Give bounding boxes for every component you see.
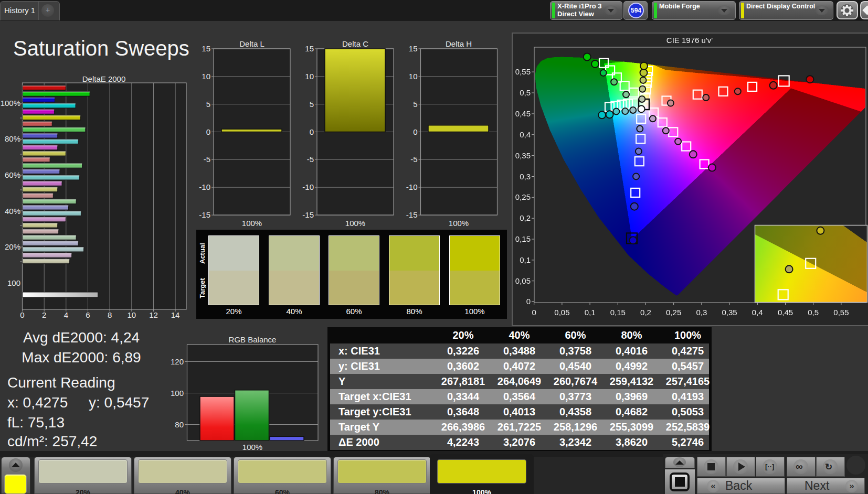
svg-text:100%: 100% — [242, 219, 262, 228]
svg-text:-5: -5 — [307, 155, 314, 164]
svg-text:CIE 1976 u'v': CIE 1976 u'v' — [666, 36, 713, 45]
svg-text:-10: -10 — [199, 182, 210, 191]
svg-text:-15: -15 — [199, 210, 210, 219]
svg-text:15: 15 — [202, 44, 210, 53]
svg-text:0,5: 0,5 — [808, 308, 819, 317]
svg-text:0,45: 0,45 — [515, 109, 531, 118]
svg-text:10: 10 — [305, 72, 314, 81]
svg-text:-10: -10 — [302, 182, 314, 191]
svg-text:2: 2 — [42, 310, 46, 319]
svg-text:0,5: 0,5 — [520, 88, 531, 97]
svg-text:0,25: 0,25 — [515, 192, 531, 201]
svg-text:10: 10 — [202, 72, 210, 81]
svg-text:0: 0 — [526, 297, 531, 306]
svg-text:0,25: 0,25 — [666, 308, 681, 317]
svg-text:0,55: 0,55 — [833, 308, 849, 317]
svg-text:100%: 100% — [1, 99, 20, 108]
svg-text:0: 0 — [206, 127, 210, 136]
svg-text:20%: 20% — [5, 242, 20, 251]
svg-text:0,1: 0,1 — [585, 308, 596, 317]
svg-text:-10: -10 — [406, 182, 418, 191]
svg-text:40%: 40% — [5, 207, 20, 216]
svg-text:0: 0 — [310, 127, 314, 136]
svg-text:Delta C: Delta C — [342, 39, 368, 48]
svg-text:DeltaE 2000: DeltaE 2000 — [82, 74, 126, 83]
svg-text:0,4: 0,4 — [752, 308, 763, 317]
svg-text:0,35: 0,35 — [722, 308, 737, 317]
svg-text:0,3: 0,3 — [696, 308, 707, 317]
svg-text:RGB Balance: RGB Balance — [229, 336, 277, 344]
svg-text:5: 5 — [310, 100, 314, 109]
svg-text:6: 6 — [86, 310, 90, 319]
svg-text:10: 10 — [409, 72, 418, 81]
svg-text:0,2: 0,2 — [520, 213, 531, 222]
svg-text:0,4: 0,4 — [520, 130, 531, 139]
svg-text:0,45: 0,45 — [778, 308, 793, 317]
svg-text:60%: 60% — [5, 170, 20, 179]
svg-text:0,15: 0,15 — [610, 308, 626, 317]
svg-text:100: 100 — [171, 389, 184, 398]
svg-text:10: 10 — [127, 310, 136, 319]
svg-text:15: 15 — [409, 44, 418, 53]
svg-text:15: 15 — [305, 44, 314, 53]
svg-text:8: 8 — [108, 310, 112, 319]
svg-text:0,2: 0,2 — [640, 308, 651, 317]
svg-text:100%: 100% — [449, 219, 469, 228]
svg-text:0,1: 0,1 — [520, 255, 531, 264]
svg-text:0: 0 — [532, 308, 536, 317]
svg-text:-15: -15 — [406, 210, 418, 219]
svg-text:120: 120 — [171, 357, 184, 366]
svg-text:4: 4 — [64, 310, 68, 319]
svg-text:0,3: 0,3 — [520, 172, 531, 181]
svg-text:0,55: 0,55 — [515, 67, 531, 76]
svg-text:100%: 100% — [242, 443, 262, 451]
svg-text:14: 14 — [171, 310, 180, 319]
svg-text:0,05: 0,05 — [554, 308, 569, 317]
svg-text:Delta L: Delta L — [239, 39, 264, 48]
svg-text:0,35: 0,35 — [515, 151, 531, 160]
svg-text:5: 5 — [413, 100, 417, 109]
svg-text:0: 0 — [20, 310, 24, 319]
svg-text:-5: -5 — [410, 155, 417, 164]
svg-text:80%: 80% — [5, 134, 20, 143]
svg-text:12: 12 — [149, 310, 158, 319]
svg-text:100: 100 — [7, 278, 20, 287]
svg-text:5: 5 — [206, 100, 210, 109]
svg-text:100%: 100% — [345, 219, 365, 228]
svg-text:-15: -15 — [302, 210, 314, 219]
svg-text:0,15: 0,15 — [515, 234, 531, 243]
svg-text:Delta H: Delta H — [446, 39, 472, 48]
svg-text:-5: -5 — [204, 155, 210, 164]
svg-text:0,05: 0,05 — [515, 276, 531, 285]
svg-text:80: 80 — [175, 420, 184, 429]
svg-text:0: 0 — [413, 127, 417, 136]
